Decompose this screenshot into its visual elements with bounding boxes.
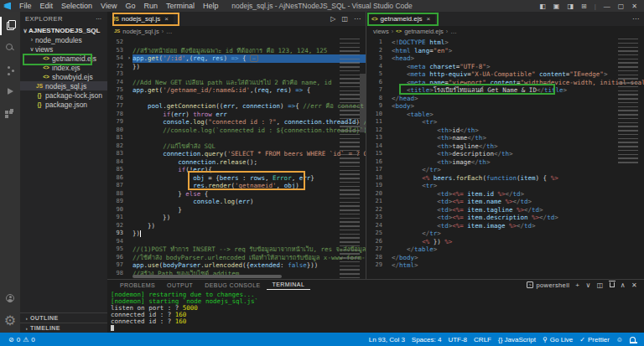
code-line-19[interactable]: 19 <tr> [366, 182, 644, 190]
code-line-4[interactable]: 4 <meta charset="UTF-8"> [366, 63, 644, 71]
tab-close-icon[interactable]: × [426, 15, 430, 23]
toggle-sidebar-icon[interactable]: ◧ [539, 3, 546, 10]
minimap-slider[interactable] [360, 74, 366, 132]
status-go-live[interactable]: ⚲Go Live [539, 336, 576, 343]
code-line-5[interactable]: 5 <meta http-equiv="X-UA-Compatible" con… [366, 70, 644, 79]
code-line-17[interactable]: 17 </tr> [366, 166, 644, 174]
menu-view[interactable]: View [96, 2, 121, 10]
kill-terminal-icon[interactable] [610, 281, 615, 289]
code-line-10[interactable]: 10 <table> [366, 111, 644, 119]
code-line-1[interactable]: 1<!DOCTYPE html> [366, 39, 644, 47]
tree-item-node-modules[interactable]: ›node_modules [20, 35, 107, 44]
code-line-90[interactable]: 90 } [107, 206, 366, 214]
panel-tab-terminal[interactable]: TERMINAL [267, 280, 311, 290]
code-line-15[interactable]: 15 <th>description</th> [366, 150, 644, 158]
more-actions-icon[interactable]: ⋯ [632, 15, 639, 23]
code-line-6[interactable]: 6 <meta name="viewport" content="width=d… [366, 79, 644, 87]
tree-item-package-lock-json[interactable]: {}package-lock.json [20, 90, 107, 100]
minimap-right[interactable] [618, 39, 638, 164]
more-actions-icon[interactable]: ⋯ [354, 15, 361, 23]
code-line-14[interactable]: 14 <th>tagline</th> [366, 142, 644, 151]
code-line-76[interactable]: 76 [107, 95, 366, 103]
code-line-9[interactable]: 9<body> [366, 102, 644, 111]
code-line-27[interactable]: 27 </table> [366, 245, 644, 254]
status-indentation[interactable]: Spaces: 4 [408, 336, 445, 343]
panel-tab-problems[interactable]: PROBLEMS [114, 280, 161, 290]
breadcrumb-right[interactable]: views › <> getnameid.ejs › … [366, 26, 644, 36]
tab-nodejs-sql-js[interactable]: JS nodejs_sql.js × [107, 12, 174, 26]
close-panel-icon[interactable]: ✕ [631, 281, 637, 289]
customize-layout-icon[interactable]: ⊞ [581, 3, 587, 10]
code-line-78[interactable]: 78 if(err) throw err [107, 111, 366, 119]
tree-item-getnameid-ejs[interactable]: <>getnameid.ejs [20, 54, 107, 63]
notifications-bell-icon[interactable] [626, 337, 639, 342]
split-terminal-icon[interactable]: ◫ [597, 281, 604, 289]
code-line-12[interactable]: 12 <th>id</th> [366, 127, 644, 135]
explorer-icon[interactable] [0, 15, 20, 37]
code-line-22[interactable]: 22 <td><%= item.tagline %></td> [366, 206, 644, 214]
code-line-26[interactable]: 26 <% }) %> [366, 238, 644, 246]
code-line-75[interactable]: 75app.get('/getname_id/:name&:id',(req, … [107, 86, 366, 95]
menu-run[interactable]: Run [139, 2, 162, 10]
run-and-debug-icon[interactable] [0, 80, 20, 102]
close-icon[interactable]: ✕ [631, 3, 637, 10]
code-line-94[interactable]: 94 [107, 238, 366, 246]
extensions-icon[interactable] [0, 102, 20, 124]
code-line-73[interactable]: 73 [107, 70, 366, 79]
tree-item-ajnestnodejs-sql[interactable]: ∨AJNESTNODEJS_SQL [20, 26, 107, 35]
breadcrumb-left[interactable]: JS nodejs_sql.js › … [107, 26, 366, 36]
panel-tab-debug-console[interactable]: DEBUG CONSOLE [199, 280, 266, 290]
code-line-11[interactable]: 11 <tr> [366, 118, 644, 127]
code-line-84[interactable]: 84 connection.release(); [107, 158, 366, 167]
horizontal-scrollbar[interactable] [132, 275, 282, 278]
menu-go[interactable]: Go [121, 2, 139, 10]
panel-tab-output[interactable]: OUTPUT [161, 280, 199, 290]
code-line-16[interactable]: 16 <th>image</th> [366, 158, 644, 167]
tree-item-index-ejs[interactable]: <>index.ejs [20, 63, 107, 72]
code-line-83[interactable]: 83 connection.query('SELECT * FROM beers… [107, 150, 366, 158]
code-line-7[interactable]: 7 <title>โรงเบียร์ไทยแลนด์ Get Name & ID… [366, 86, 644, 95]
terminal-output[interactable]: [nodemon] restarting due to changes...[n… [107, 290, 644, 333]
code-line-91[interactable]: 91 }) [107, 214, 366, 222]
explorer-more-actions-icon[interactable]: ⋯ [96, 15, 102, 23]
code-line-29[interactable]: 29</html> [366, 261, 644, 270]
code-line-72[interactable]: 72}) [107, 63, 366, 71]
account-icon[interactable] [0, 287, 20, 309]
code-line-88[interactable]: 88 } else { [107, 190, 366, 199]
sidebar-section-outline[interactable]: ›OUTLINE [20, 312, 107, 323]
code-line-23[interactable]: 23 <td><%= item.description %></td> [366, 214, 644, 222]
code-line-21[interactable]: 21 <td><%= item.name %></td> [366, 198, 644, 206]
code-line-87[interactable]: 87 res.render('getnameid', obj) [107, 182, 366, 190]
status-encoding[interactable]: UTF-8 [444, 336, 470, 343]
code-line-3[interactable]: 3<head> [366, 54, 644, 63]
fold-icon[interactable]: › [126, 54, 132, 63]
status-eol[interactable]: CRLF [470, 336, 495, 343]
settings-gear-icon[interactable]: ⚙ [0, 309, 20, 331]
tab-close-icon[interactable]: × [164, 15, 169, 23]
run-icon[interactable]: ▷ [330, 15, 335, 23]
status-cursor-position[interactable]: Ln 93, Col 3 [366, 336, 408, 343]
code-line-92[interactable]: 92 }) [107, 222, 366, 230]
menu-selection[interactable]: Selection [57, 2, 96, 10]
tree-item-showbyid-ejs[interactable]: <>showbyid.ejs [20, 72, 107, 81]
code-line-77[interactable]: 77 pool.getConnection((err, connection) … [107, 102, 366, 111]
code-line-97[interactable]: 97app.use(bodyParser.urlencoded({extende… [107, 261, 366, 270]
status-prettier[interactable]: ✓Prettier [576, 336, 613, 343]
code-line-8[interactable]: 8</head> [366, 95, 644, 103]
code-line-52[interactable]: 52 [107, 39, 366, 47]
code-line-20[interactable]: 20 <td><%= item.id %></td> [366, 190, 644, 199]
code-line-28[interactable]: 28</body> [366, 254, 644, 262]
status-language-mode[interactable]: {} JavaScript [495, 336, 539, 343]
new-terminal-icon[interactable]: + [575, 281, 579, 289]
code-line-80[interactable]: 80 //console.log(`connected id : ${conne… [107, 127, 366, 135]
code-line-86[interactable]: 86 obj = {beers : rows, Error, err} [107, 174, 366, 183]
shell-selector[interactable]: >powershell [527, 281, 569, 289]
code-line-96[interactable]: 96//ใช้คำสั่ง bodyParser.urlencoded เพื่… [107, 254, 366, 262]
tree-item-package-json[interactable]: {}package.json [20, 100, 107, 109]
tree-item-views[interactable]: ∨views [20, 44, 107, 54]
code-line-54[interactable]: 54›app.get('/:id',(req, res) => { ⋯ [107, 54, 366, 63]
maximize-panel-icon[interactable]: ∧ [621, 281, 626, 289]
minimap-left[interactable] [340, 39, 360, 279]
terminal-dropdown-icon[interactable]: ∨ [585, 281, 590, 289]
tree-item-nodejs-sql-js[interactable]: JSnodejs_sql.js [20, 81, 107, 90]
